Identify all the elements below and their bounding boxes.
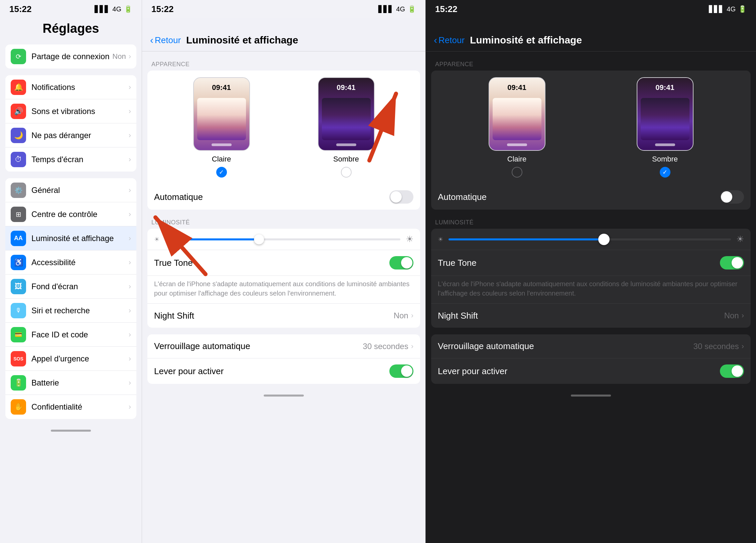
appearance-claire-2[interactable]: 09:41 Claire ✓ (164, 77, 279, 178)
face-id-icon: 💳 (11, 327, 26, 342)
fond-ecran-chevron: › (129, 282, 131, 291)
status-bar-2: 15:22 ▋▋▋ 4G 🔋 (142, 0, 425, 18)
luminosite-chevron: › (129, 234, 131, 243)
brightness-icon-high-2: ☀ (406, 234, 413, 244)
nav-back-2[interactable]: ‹ Retour (150, 34, 181, 46)
claire-label-3: Claire (507, 155, 526, 164)
network-type-3: 4G (727, 5, 736, 13)
brightness-fill-2 (165, 238, 259, 240)
claire-radio-3[interactable] (512, 167, 522, 178)
nightshift-row-3[interactable]: Night Shift Non › (431, 304, 751, 328)
automatique-toggle-3[interactable] (720, 190, 744, 204)
truetone-toggle-3[interactable] (720, 256, 744, 269)
lever-toggle-2[interactable] (389, 364, 413, 378)
lever-label-2: Lever pour activer (154, 366, 389, 376)
phone-mockup-claire-3: 09:41 (489, 77, 545, 151)
lever-toggle-3[interactable] (720, 364, 744, 378)
sombre-radio-2[interactable] (341, 167, 352, 178)
settings-item-ne-pas-deranger[interactable]: 🌙 Ne pas déranger › (5, 123, 136, 147)
automatique-thumb-2 (390, 191, 402, 203)
settings-item-notifications[interactable]: 🔔 Notifications › (5, 75, 136, 99)
accessibilite-chevron: › (129, 258, 131, 267)
section-apparence-2: APPARENCE (142, 58, 425, 71)
settings-group-3: ⚙️ Général › ⊞ Centre de contrôle › AA L… (5, 178, 136, 419)
automatique-row-3: Automatique (431, 184, 751, 210)
nightshift-label-3: Night Shift (438, 311, 724, 321)
automatique-toggle-2[interactable] (389, 190, 413, 204)
verrouillage-row-2[interactable]: Verrouillage automatique 30 secondes › (147, 334, 420, 358)
nav-back-3[interactable]: ‹ Retour (434, 34, 465, 46)
appearance-group-3: 09:41 Claire 09:41 Sombre ✓ (431, 71, 751, 210)
phone-time-claire-3: 09:41 (489, 83, 545, 92)
nightshift-chevron-2: › (411, 311, 413, 320)
sons-chevron: › (129, 107, 131, 116)
settings-item-general[interactable]: ⚙️ Général › (5, 178, 136, 202)
brightness-thumb-3 (598, 234, 610, 245)
nightshift-row-2[interactable]: Night Shift Non › (147, 304, 420, 328)
general-icon: ⚙️ (11, 183, 26, 198)
back-chevron-2: ‹ (150, 34, 153, 46)
settings-item-luminosite[interactable]: AA Luminosité et affichage › (5, 226, 136, 250)
appearance-claire-3[interactable]: 09:41 Claire (448, 77, 586, 178)
back-chevron-3: ‹ (434, 34, 437, 46)
panel-middle: 15:22 ▋▋▋ 4G 🔋 ‹ Retour Luminosité et af… (142, 0, 425, 543)
settings-item-fond-ecran[interactable]: 🖼 Fond d'écran › (5, 275, 136, 299)
truetone-label-3: True Tone (438, 258, 720, 268)
automatique-thumb-3 (721, 191, 732, 203)
settings-item-confidentialite[interactable]: ✋ Confidentialité › (5, 395, 136, 419)
appearance-sombre-2[interactable]: 09:41 Sombre (289, 77, 403, 178)
phone-time-sombre-2: 09:41 (319, 83, 374, 92)
claire-radio-2[interactable]: ✓ (216, 167, 227, 178)
verrouillage-chevron-2: › (411, 342, 413, 351)
phone-home-sombre-2 (336, 143, 356, 146)
luminosite-label: Luminosité et affichage (31, 234, 129, 243)
back-label-3: Retour (438, 35, 465, 45)
settings-item-appel-urgence[interactable]: SOS Appel d'urgence › (5, 347, 136, 371)
sombre-check-3: ✓ (662, 169, 667, 176)
nav-title-2: Luminosité et affichage (186, 34, 417, 46)
verrouillage-row-3[interactable]: Verrouillage automatique 30 secondes › (431, 334, 751, 358)
partage-icon: ⟳ (11, 49, 26, 64)
brightness-row-2: ☀ ☀ (147, 229, 420, 250)
notifications-chevron: › (129, 83, 131, 92)
truetone-toggle-2[interactable] (389, 256, 413, 269)
fond-ecran-icon: 🖼 (11, 279, 26, 294)
appel-urgence-chevron: › (129, 354, 131, 363)
status-time-3: 15:22 (435, 4, 458, 14)
notifications-label: Notifications (31, 83, 129, 92)
phone-time-claire-2: 09:41 (194, 83, 249, 92)
settings-item-face-id[interactable]: 💳 Face ID et code › (5, 323, 136, 347)
phone-home-sombre-3 (655, 143, 675, 146)
brightness-track-2[interactable] (165, 238, 400, 240)
battery-icon-3: 🔋 (738, 5, 747, 13)
brightness-fill-3 (449, 238, 604, 240)
content-scroll-3: APPARENCE 09:41 Claire 09:41 (426, 51, 756, 543)
section-luminosite-2: LUMINOSITÉ (142, 216, 425, 229)
sombre-radio-3[interactable]: ✓ (660, 167, 670, 178)
luminosite-icon: AA (11, 231, 26, 246)
network-type-2: 4G (396, 5, 405, 13)
settings-item-accessibilite[interactable]: ♿ Accessibilité › (5, 250, 136, 275)
truetone-desc-2: L'écran de l'iPhone s'adapte automatique… (147, 276, 420, 304)
settings-item-sons[interactable]: 🔊 Sons et vibrations › (5, 99, 136, 123)
confidentialite-label: Confidentialité (31, 402, 129, 412)
brightness-track-3[interactable] (449, 238, 731, 240)
section-luminosite-3: LUMINOSITÉ (426, 216, 756, 229)
settings-item-batterie[interactable]: 🔋 Batterie › (5, 371, 136, 395)
appearance-options-3: 09:41 Claire 09:41 Sombre ✓ (431, 77, 751, 184)
settings-item-temps-ecran[interactable]: ⏱ Temps d'écran › (5, 147, 136, 172)
settings-item-siri[interactable]: 🎙 Siri et recherche › (5, 299, 136, 323)
verrouillage-label-3: Verrouillage automatique (438, 341, 694, 351)
nightshift-value-3: Non (724, 311, 739, 320)
partage-chevron: › (129, 52, 131, 61)
centre-controle-chevron: › (129, 210, 131, 219)
truetone-row-2: True Tone (147, 250, 420, 276)
appel-urgence-label: Appel d'urgence (31, 354, 129, 363)
status-bar-3: 15:22 ▋▋▋ 4G 🔋 (426, 0, 756, 18)
ne-pas-deranger-label: Ne pas déranger (31, 131, 129, 140)
settings-item-centre-controle[interactable]: ⊞ Centre de contrôle › (5, 202, 136, 226)
appearance-group-2: 09:41 Claire ✓ 09:41 Sombre (147, 71, 420, 210)
appearance-sombre-3[interactable]: 09:41 Sombre ✓ (596, 77, 734, 178)
settings-item-partage[interactable]: ⟳ Partage de connexion Non › (5, 44, 136, 69)
status-time-1: 15:22 (9, 4, 32, 14)
